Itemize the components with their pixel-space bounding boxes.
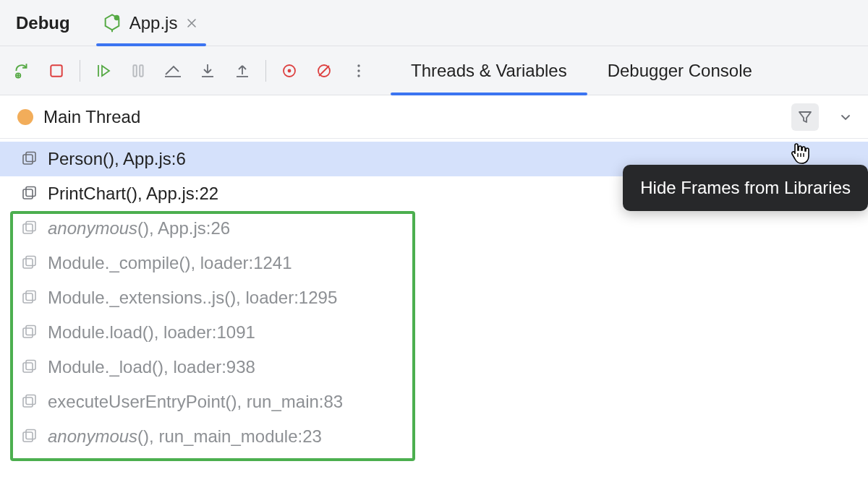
- svg-rect-14: [26, 187, 35, 197]
- rerun-button[interactable]: [7, 56, 36, 85]
- svg-rect-21: [23, 328, 33, 338]
- debug-tab-label: Debug: [16, 13, 70, 33]
- svg-rect-15: [23, 224, 33, 233]
- stack-frame-label: Module._load(), loader:938: [48, 357, 255, 377]
- stack-frame-icon: [22, 394, 38, 410]
- debug-subtabs: Threads & Variables Debugger Console: [391, 46, 773, 95]
- stack-frame-icon: [22, 325, 38, 340]
- svg-rect-24: [26, 361, 35, 370]
- svg-rect-26: [26, 395, 35, 405]
- tooltip-text: Hide Frames from Libraries: [640, 178, 851, 197]
- stack-frame-label: PrintChart(), App.js:22: [48, 184, 218, 204]
- thread-status-dot-icon: [17, 109, 33, 125]
- stack-frame-label: Module._compile(), loader:1241: [48, 253, 292, 273]
- step-out-button[interactable]: [228, 56, 257, 85]
- svg-point-6: [288, 69, 292, 72]
- stack-frame-row[interactable]: Module._extensions..js(), loader:1295: [0, 280, 868, 315]
- editor-tabs-bar: Debug App.js: [0, 0, 868, 46]
- stop-button[interactable]: [42, 56, 71, 85]
- svg-rect-3: [133, 65, 136, 76]
- file-tab-appjs[interactable]: App.js: [92, 0, 211, 46]
- stack-frame-label: Module.load(), loader:1091: [48, 322, 255, 343]
- svg-rect-12: [26, 152, 35, 162]
- svg-rect-27: [23, 432, 33, 442]
- svg-point-10: [357, 74, 359, 77]
- more-actions-button[interactable]: [344, 56, 373, 85]
- step-over-button[interactable]: [158, 56, 187, 85]
- thread-header[interactable]: Main Thread: [0, 95, 868, 139]
- stack-frame-row[interactable]: executeUserEntryPoint(), run_main:83: [0, 384, 868, 419]
- svg-rect-20: [26, 291, 35, 301]
- file-tab-label: App.js: [129, 13, 178, 33]
- view-breakpoints-button[interactable]: [275, 56, 304, 85]
- svg-rect-4: [140, 65, 142, 76]
- stack-frame-row[interactable]: Module._compile(), loader:1241: [0, 246, 868, 280]
- stack-frame-icon: [22, 359, 38, 375]
- svg-rect-25: [23, 398, 33, 407]
- svg-rect-23: [23, 363, 33, 372]
- close-icon[interactable]: [186, 17, 197, 29]
- stack-frame-row[interactable]: anonymous(), run_main_module:23: [0, 419, 868, 454]
- stack-frame-icon: [22, 220, 38, 236]
- svg-rect-18: [26, 257, 35, 266]
- stack-frame-label: anonymous(), run_main_module:23: [48, 426, 322, 447]
- stack-frame-icon: [22, 151, 38, 167]
- stack-frame-label: executeUserEntryPoint(), run_main:83: [48, 392, 343, 412]
- svg-point-9: [357, 69, 359, 72]
- stack-frame-row[interactable]: Module._load(), loader:938: [0, 350, 868, 384]
- nodejs-icon: [102, 13, 122, 33]
- debug-toolbar: Threads & Variables Debugger Console: [0, 46, 868, 95]
- svg-rect-2: [51, 65, 61, 76]
- stack-frame-label: Module._extensions..js(), loader:1295: [48, 288, 337, 308]
- stack-frame-icon: [22, 290, 38, 306]
- svg-rect-19: [23, 293, 33, 303]
- stack-frame-row[interactable]: Module.load(), loader:1091: [0, 315, 868, 350]
- stack-frame-icon: [22, 255, 38, 271]
- svg-point-8: [357, 64, 359, 66]
- stack-frame-icon: [22, 429, 38, 444]
- stack-frame-row[interactable]: anonymous(), App.js:26: [0, 211, 868, 246]
- thread-name-label: Main Thread: [43, 107, 140, 127]
- filter-tooltip: Hide Frames from Libraries: [623, 165, 868, 211]
- svg-rect-28: [26, 430, 35, 439]
- svg-rect-13: [23, 189, 33, 199]
- svg-rect-22: [26, 326, 35, 335]
- debug-panel-tab[interactable]: Debug: [13, 0, 92, 46]
- filter-frames-button[interactable]: [791, 103, 819, 131]
- toolbar-separator: [80, 60, 80, 82]
- svg-rect-16: [26, 222, 35, 231]
- resume-button[interactable]: [89, 56, 118, 85]
- tab-debugger-console[interactable]: Debugger Console: [587, 46, 773, 95]
- pause-button[interactable]: [124, 56, 153, 85]
- console-tab-label: Debugger Console: [608, 61, 752, 81]
- step-into-button[interactable]: [193, 56, 222, 85]
- expand-collapse-button[interactable]: [832, 103, 859, 131]
- toolbar-separator: [265, 60, 266, 82]
- threads-tab-label: Threads & Variables: [411, 61, 567, 81]
- mute-breakpoints-button[interactable]: [310, 56, 339, 85]
- stack-frame-icon: [22, 186, 38, 202]
- stack-frame-label: Person(), App.js:6: [48, 149, 186, 169]
- tab-threads-variables[interactable]: Threads & Variables: [391, 46, 587, 95]
- svg-point-0: [114, 14, 119, 20]
- svg-rect-11: [23, 155, 33, 164]
- stack-frame-label: anonymous(), App.js:26: [48, 218, 230, 239]
- svg-rect-17: [23, 259, 33, 268]
